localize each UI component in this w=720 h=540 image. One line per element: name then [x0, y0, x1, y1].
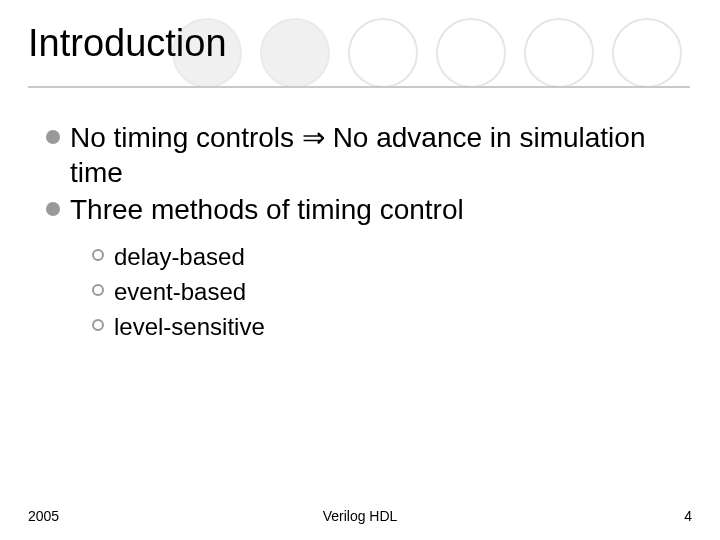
decor-circles	[172, 18, 682, 88]
slide-footer: 2005 Verilog HDL 4	[28, 508, 692, 524]
decor-circle	[524, 18, 594, 88]
decor-circle	[436, 18, 506, 88]
subbullet-circle-icon	[92, 319, 104, 331]
subbullet-item: level-sensitive	[92, 311, 680, 342]
subbullet-item: delay-based	[92, 241, 680, 272]
bullet-text: Three methods of timing control	[70, 192, 464, 227]
subbullet-item: event-based	[92, 276, 680, 307]
subbullet-text: event-based	[114, 276, 246, 307]
subbullet-text: level-sensitive	[114, 311, 265, 342]
title-divider	[28, 86, 690, 88]
footer-page-number: 4	[684, 508, 692, 524]
bullet-dot-icon	[46, 202, 60, 216]
footer-title: Verilog HDL	[323, 508, 398, 524]
bullet-dot-icon	[46, 130, 60, 144]
bullet-text: No timing controls ⇒ No advance in simul…	[70, 120, 680, 190]
subbullet-text: delay-based	[114, 241, 245, 272]
decor-circle	[612, 18, 682, 88]
subbullet-circle-icon	[92, 284, 104, 296]
decor-circle	[260, 18, 330, 88]
subbullet-list: delay-based event-based level-sensitive	[92, 241, 680, 343]
slide-title: Introduction	[28, 22, 227, 65]
footer-year: 2005	[28, 508, 59, 524]
decor-circle	[348, 18, 418, 88]
subbullet-circle-icon	[92, 249, 104, 261]
slide-content: No timing controls ⇒ No advance in simul…	[46, 120, 680, 347]
bullet-item: No timing controls ⇒ No advance in simul…	[46, 120, 680, 190]
bullet-item: Three methods of timing control	[46, 192, 680, 227]
